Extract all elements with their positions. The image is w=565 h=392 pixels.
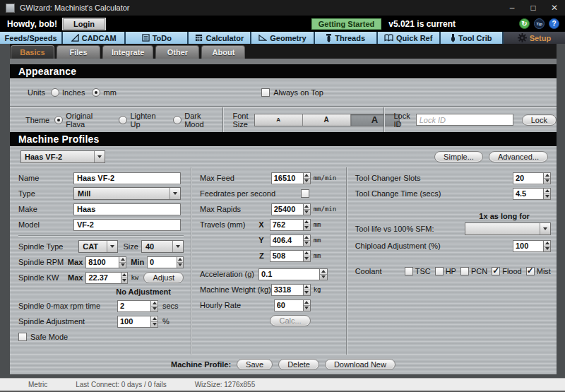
subtab-basics[interactable]: Basics [11,45,54,59]
lock-button[interactable]: Lock [522,114,557,126]
profile-select[interactable]: Haas VF-2 [20,150,105,163]
chipload-adjustment-input[interactable] [513,240,543,252]
spindle-rpm-min-input[interactable] [147,256,176,268]
feedrates-per-second-checkbox[interactable] [301,189,309,198]
always-on-top-checkbox[interactable] [261,88,270,97]
tool-changer-slots-input[interactable] [513,172,543,184]
spinner-down-button[interactable] [151,322,157,327]
tool-life-select[interactable] [465,222,551,235]
spinner-down-button[interactable] [544,247,550,251]
download-new-button[interactable]: Download New [325,359,396,370]
travels-x-input[interactable] [270,219,303,231]
spindle-size-select[interactable]: 40 [141,240,184,253]
tab-todo[interactable]: ToDo [126,32,189,44]
spinner-up-button[interactable] [304,235,310,241]
font-size-small-button[interactable]: A [255,114,303,126]
spinner-down-button[interactable] [320,275,327,280]
tab-tool-crib[interactable]: Tool Crib [441,32,504,44]
hourly-rate-input[interactable] [274,299,304,311]
close-button[interactable]: ✕ [544,0,565,16]
spinner-down-button[interactable] [304,210,310,215]
advanced-button[interactable]: Advanced... [489,151,548,162]
spinner-up-button[interactable] [304,204,310,210]
spindle-type-select[interactable]: CAT [78,240,118,253]
spindle-rpm-max-input[interactable] [85,256,119,268]
coolant-tsc-checkbox[interactable] [405,267,413,275]
spinner-down-button[interactable] [304,290,310,295]
subtab-other[interactable]: Other [155,45,199,59]
max-rapids-input[interactable] [271,203,303,215]
spinner-up-button[interactable] [177,257,183,263]
coolant-hp-checkbox[interactable] [435,267,444,275]
adjust-button[interactable]: Adjust [143,272,184,283]
subtab-about[interactable]: About [201,45,245,59]
coolant-pcn-checkbox[interactable] [460,267,469,275]
calc-button[interactable]: Calc... [270,315,310,326]
spinner-up-button[interactable] [304,251,310,256]
coolant-flood-checkbox[interactable] [492,267,500,275]
spindle-kw-input[interactable] [85,272,120,284]
spinner-down-button[interactable] [544,179,550,184]
subtab-files[interactable]: Files [56,45,100,59]
spinner-down-button[interactable] [544,194,550,199]
travels-z-input[interactable] [270,250,303,262]
spinner-up-button[interactable] [544,173,550,179]
type-select[interactable]: Mill [73,187,181,200]
theme-lighten-up-radio[interactable] [119,116,127,124]
font-size-medium-button[interactable]: A [303,114,351,126]
spinner-down-button[interactable] [119,263,126,268]
spinner-down-button[interactable] [304,241,310,246]
spinner-down-button[interactable] [177,263,183,268]
spinner-up-button[interactable] [304,220,310,225]
help-icon[interactable]: ? [549,18,559,29]
coolant-mist-checkbox[interactable] [526,267,535,275]
tab-threads[interactable]: Threads [315,32,378,44]
spinner-down-button[interactable] [304,256,310,261]
spinner-down-button[interactable] [304,179,310,184]
model-input[interactable] [73,219,181,231]
spinner-down-button[interactable] [121,278,128,283]
tab-geometry[interactable]: Geometry [251,32,314,44]
tab-cadcam[interactable]: CADCAM [63,32,126,44]
max-feed-input[interactable] [271,172,303,184]
save-button[interactable]: Save [237,359,273,370]
spinner-up-button[interactable] [320,269,327,275]
simple-button[interactable]: Simple... [434,151,483,162]
travels-y-input[interactable] [270,234,303,247]
safe-mode-checkbox[interactable] [18,333,27,341]
tab-feeds-speeds[interactable]: Feeds/Speeds [0,32,63,44]
spinner-up-button[interactable] [304,300,309,306]
getting-started-button[interactable]: Getting Started [311,18,381,30]
tip-icon[interactable]: Tip [534,18,545,29]
maximize-button[interactable]: □ [523,0,544,16]
lock-id-input[interactable] [416,114,513,126]
spinup-time-input[interactable] [117,300,150,312]
subtab-integrate[interactable]: Integrate [102,45,153,59]
spinner-up-button[interactable] [119,257,126,263]
tab-calculator[interactable]: Calculator [189,32,251,44]
spinner-up-button[interactable] [544,189,550,194]
spinner-up-button[interactable] [304,173,310,179]
make-input[interactable] [73,203,181,215]
spinner-up-button[interactable] [544,241,550,247]
spinner-up-button[interactable] [151,301,157,307]
tab-setup[interactable]: Setup [504,32,565,44]
spindle-adjustment-input[interactable] [117,316,150,328]
spinner-down-button[interactable] [151,307,157,311]
delete-button[interactable]: Delete [278,359,319,370]
spinner-down-button[interactable] [304,225,310,230]
machine-weight-input[interactable] [271,284,303,296]
minimize-button[interactable]: – [501,0,523,16]
tab-quick-ref[interactable]: Quick Ref [378,32,441,44]
spinner-up-button[interactable] [304,285,310,290]
spinner-up-button[interactable] [151,316,157,322]
units-inches-radio[interactable] [51,88,59,97]
spinner-down-button[interactable] [304,306,309,311]
spinner-up-button[interactable] [121,273,128,278]
theme-original-flava-radio[interactable] [54,116,63,124]
tool-change-time-input[interactable] [513,188,543,200]
theme-dark-mood-radio[interactable] [173,116,182,124]
refresh-icon[interactable]: ↻ [519,18,530,29]
acceleration-input[interactable] [258,268,319,280]
login-button[interactable]: Login [63,18,105,30]
